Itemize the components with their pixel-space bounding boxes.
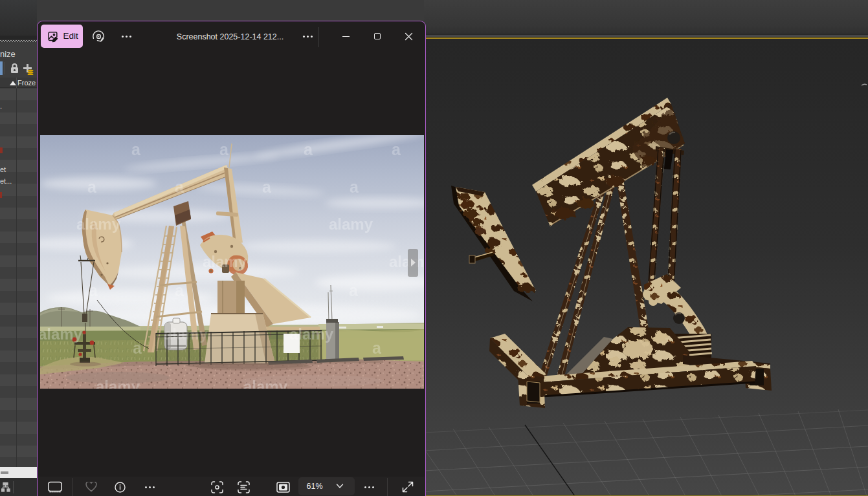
- svg-text:a: a: [175, 178, 184, 196]
- svg-text:a: a: [350, 178, 359, 196]
- svg-text:alamy: alamy: [40, 325, 83, 343]
- svg-text:a: a: [175, 281, 184, 299]
- svg-text:alamy: alamy: [202, 253, 247, 270]
- svg-text:alamy: alamy: [76, 215, 120, 233]
- svg-text:a: a: [372, 339, 382, 357]
- svg-text:a: a: [304, 140, 313, 158]
- svg-text:a: a: [87, 178, 97, 196]
- svg-text:alamy: alamy: [388, 253, 423, 270]
- svg-text:a: a: [89, 281, 98, 299]
- svg-text:alamy: alamy: [95, 378, 140, 389]
- svg-text:a: a: [131, 140, 141, 158]
- svg-text:a: a: [133, 339, 142, 357]
- svg-text:alamy: alamy: [243, 378, 287, 389]
- svg-text:a: a: [392, 140, 401, 158]
- svg-text:a: a: [219, 140, 229, 158]
- svg-text:a: a: [349, 281, 359, 299]
- svg-text:a: a: [262, 178, 272, 196]
- svg-text:alamy: alamy: [163, 325, 208, 343]
- svg-text:alamy: alamy: [289, 325, 333, 343]
- svg-text:alamy: alamy: [328, 215, 373, 233]
